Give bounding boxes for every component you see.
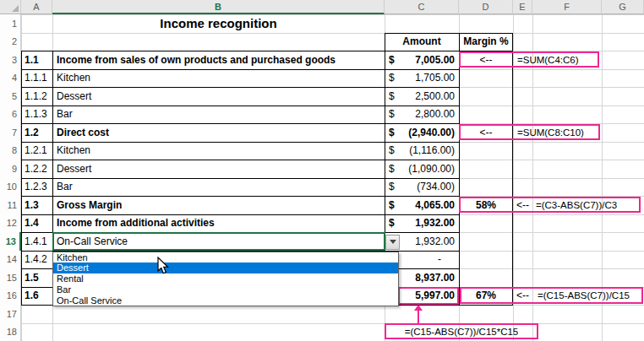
dropdown-button[interactable] — [385, 235, 400, 251]
cell-c9[interactable]: $(1,090.00) — [385, 160, 458, 178]
row-header-2[interactable]: 2 — [0, 33, 21, 51]
cell-a5[interactable]: 1.1.2 — [23, 87, 52, 106]
row-header-4[interactable]: 4 — [0, 69, 21, 88]
sheet-title: Income recognition — [52, 14, 385, 33]
row-header-12[interactable]: 12 — [0, 214, 21, 233]
cell-b7[interactable]: Direct cost — [54, 123, 383, 142]
cell-b13-selected[interactable]: On-Call Service — [54, 232, 383, 251]
cell-c10[interactable]: $(734.00) — [385, 178, 458, 197]
annotation-arrow-stem — [418, 310, 419, 323]
cell-a6[interactable]: 1.1.3 — [23, 106, 52, 124]
column-header-d[interactable]: D — [459, 0, 513, 14]
cell-c4[interactable]: $1,705.00 — [385, 69, 458, 88]
spreadsheet: A B C D E F G 1 2 3 4 5 6 7 8 9 10 11 12… — [0, 0, 644, 341]
cell-c8[interactable]: $(1,116.00) — [385, 142, 458, 160]
cell-b4[interactable]: Kitchen — [54, 69, 383, 88]
cell-a16[interactable]: 1.6 — [23, 287, 52, 306]
cell-c5[interactable]: $2,500.00 — [385, 87, 458, 106]
cell-c11[interactable]: $4,065.00 — [385, 196, 458, 214]
cell-c6[interactable]: $2,800.00 — [385, 106, 458, 124]
dropdown-item-on-call-service[interactable]: On-Call Service — [53, 295, 398, 306]
cell-b10[interactable]: Bar — [54, 178, 383, 197]
pointer-arrow-r16: <-- — [512, 287, 533, 306]
row-header-16[interactable]: 16 — [0, 287, 21, 306]
formula-note-margin-times-c15: =(C15-ABS(C7))/C15*C15 — [385, 323, 538, 341]
formula-note-gross-margin: =(C3-ABS(C7))/C3 — [536, 196, 617, 214]
currency-symbol: $ — [389, 90, 395, 102]
cell-b5[interactable]: Dessert — [54, 87, 383, 106]
column-header-g[interactable]: G — [602, 0, 644, 14]
dropdown-item-bar[interactable]: Bar — [53, 284, 398, 295]
cell-a8[interactable]: 1.2.1 — [23, 142, 52, 160]
gridline — [21, 14, 22, 341]
cell-b6[interactable]: Bar — [54, 106, 383, 124]
column-header-e[interactable]: E — [513, 0, 532, 14]
amount-value: (1,090.00) — [408, 163, 455, 175]
select-all-button[interactable] — [0, 0, 21, 14]
row-header-10[interactable]: 10 — [0, 178, 21, 197]
cell-a10[interactable]: 1.2.3 — [23, 178, 52, 197]
column-header-a[interactable]: A — [21, 0, 52, 14]
currency-symbol: $ — [389, 127, 395, 138]
cell-d16-margin[interactable]: 67% — [459, 287, 513, 306]
amount-value: 5,997.00 — [415, 290, 455, 301]
column-header-f[interactable]: F — [532, 0, 602, 14]
currency-symbol: $ — [389, 163, 395, 175]
currency-symbol: $ — [389, 217, 395, 229]
dropdown-item-dessert[interactable]: Dessert — [53, 263, 398, 273]
cell-a3[interactable]: 1.1 — [23, 51, 52, 69]
currency-symbol: $ — [389, 108, 395, 120]
cell-b11[interactable]: Gross Margin — [54, 196, 383, 214]
cell-c3[interactable]: $7,005.00 — [385, 51, 458, 69]
cell-a9[interactable]: 1.2.2 — [23, 160, 52, 178]
formula-note-total-margin: =(C15-ABS(C7))/C15 — [538, 287, 630, 306]
cell-a11[interactable]: 1.3 — [23, 196, 52, 214]
cell-d11-margin[interactable]: 58% — [459, 196, 513, 214]
amount-value: (1,116.00) — [409, 144, 455, 156]
cell-a7[interactable]: 1.2 — [23, 123, 52, 142]
column-header-c[interactable]: C — [385, 0, 459, 14]
row-header-1[interactable]: 1 — [0, 14, 21, 33]
column-header-b[interactable]: B — [52, 0, 385, 14]
row-header-7[interactable]: 7 — [0, 123, 21, 142]
cell-b12[interactable]: Income from additional activities — [54, 214, 383, 233]
cell-b3[interactable]: Income from sales of own products and pu… — [54, 51, 383, 69]
row-header-17[interactable]: 17 — [0, 305, 21, 323]
amount-column-header[interactable]: Amount — [385, 33, 459, 51]
cell-b8[interactable]: Kitchen — [54, 142, 383, 160]
cell-a4[interactable]: 1.1.1 — [23, 69, 52, 88]
pointer-arrow-r11: <-- — [512, 196, 533, 214]
amount-value: (734.00) — [417, 181, 455, 192]
row-header-18[interactable]: 18 — [0, 323, 21, 341]
row-header-13[interactable]: 13 — [0, 232, 21, 251]
dropdown-item-rental[interactable]: Rental — [53, 273, 398, 284]
amount-value: 7,005.00 — [415, 54, 455, 66]
amount-value: 8,937.00 — [415, 272, 455, 284]
pointer-arrow-r3: <-- — [459, 51, 513, 69]
amount-value: 4,065.00 — [415, 199, 455, 211]
row-header-3[interactable]: 3 — [0, 51, 21, 69]
cell-a13[interactable]: 1.4.1 — [23, 232, 52, 251]
cell-a15[interactable]: 1.5 — [23, 268, 52, 287]
amount-value: 1,932.00 — [415, 235, 455, 247]
row-header-6[interactable]: 6 — [0, 106, 21, 124]
cell-a12[interactable]: 1.4 — [23, 214, 52, 233]
amount-value: 2,500.00 — [415, 90, 455, 102]
cell-c7[interactable]: $(2,940.00) — [385, 123, 458, 142]
row-header-14[interactable]: 14 — [0, 251, 21, 269]
row-header-9[interactable]: 9 — [0, 160, 21, 178]
table-border — [512, 33, 513, 306]
row-header-15[interactable]: 15 — [0, 268, 21, 287]
cell-c12[interactable]: $1,932.00 — [385, 214, 458, 233]
amount-value: 1,932.00 — [415, 217, 455, 229]
cell-a14[interactable]: 1.4.2 — [23, 251, 52, 269]
row-header-5[interactable]: 5 — [0, 87, 21, 106]
row-header-11[interactable]: 11 — [0, 196, 21, 214]
dropdown-item-kitchen[interactable]: Kitchen — [53, 252, 398, 263]
margin-column-header[interactable]: Margin % — [459, 33, 513, 51]
currency-symbol: $ — [389, 181, 395, 192]
currency-symbol: $ — [389, 199, 395, 211]
row-header-8[interactable]: 8 — [0, 142, 21, 160]
cell-b9[interactable]: Dessert — [54, 160, 383, 178]
table-border — [21, 51, 22, 305]
